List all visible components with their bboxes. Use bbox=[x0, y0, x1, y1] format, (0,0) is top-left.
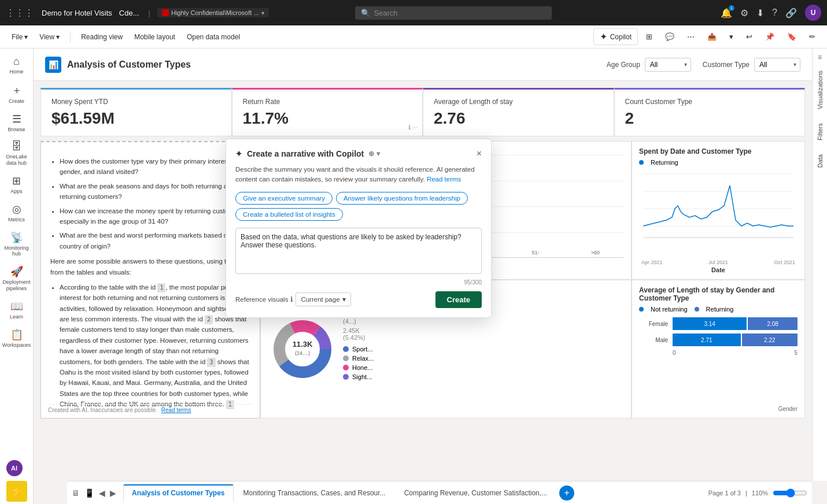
inline-id-2: 2 bbox=[205, 315, 213, 324]
mobile-layout-btn[interactable]: Mobile layout bbox=[130, 31, 180, 43]
monitoring-icon: 📡 bbox=[10, 231, 23, 244]
search-input[interactable] bbox=[374, 9, 546, 17]
sidebar-item-onelake[interactable]: 🗄 OneLake data hub bbox=[3, 137, 31, 170]
sidebar-powerbi-icon[interactable]: ⚡ bbox=[6, 481, 27, 502]
publish-btn[interactable]: 📤 bbox=[703, 30, 721, 43]
undo-btn[interactable]: ↩ bbox=[741, 30, 757, 43]
powerbi-symbol: ⚡ bbox=[10, 485, 23, 498]
chip-executive-summary[interactable]: Give an executive summary bbox=[235, 192, 333, 205]
modal-close-button[interactable]: × bbox=[477, 149, 482, 159]
sight-dot bbox=[343, 374, 349, 380]
male-bars: 2.71 2.22 bbox=[673, 333, 798, 346]
x-min: 0 bbox=[673, 350, 676, 356]
user-avatar[interactable]: U bbox=[805, 5, 821, 21]
metrics-icon: ◎ bbox=[12, 203, 21, 216]
donut-svg: 11.3K (24....) bbox=[268, 314, 337, 384]
chip-bulleted-insights[interactable]: Create a bulleted list of insights bbox=[235, 208, 343, 221]
sidebar-label-home: Home bbox=[9, 69, 23, 75]
sidebar-item-browse[interactable]: ☰ Browse bbox=[3, 109, 31, 136]
tab-computer-icon[interactable]: 🖥 bbox=[72, 488, 80, 498]
hone-label: Hone... bbox=[352, 364, 372, 371]
copilot-button[interactable]: ✦ Copilot bbox=[593, 28, 638, 45]
modal-textarea[interactable]: Based on the data, what questions are li… bbox=[235, 228, 482, 274]
sidebar-item-create[interactable]: ＋ Create bbox=[3, 80, 31, 108]
redo-btn[interactable]: 📌 bbox=[760, 30, 779, 43]
open-data-model-btn[interactable]: Open data model bbox=[182, 31, 245, 43]
modal-read-terms[interactable]: Read terms bbox=[427, 176, 461, 183]
modal-chips: Give an executive summary Answer likely … bbox=[235, 192, 482, 221]
not-returning-label: Not returning bbox=[651, 306, 688, 313]
tab-monitoring[interactable]: Monitoring Transactions, Cases, and Reso… bbox=[235, 484, 394, 502]
narrative-body-1: According to the table with the id 1, th… bbox=[60, 282, 250, 410]
file-label: File bbox=[12, 33, 23, 41]
visual-gallery-btn[interactable]: ⊞ bbox=[641, 30, 657, 43]
reading-view-label: Reading view bbox=[81, 33, 123, 41]
chevron-icon[interactable]: ▾ bbox=[261, 10, 264, 16]
comment-btn[interactable]: 💬 bbox=[660, 30, 679, 43]
bar-group-5: >60 bbox=[567, 249, 624, 255]
notification-bell[interactable]: 🔔1 bbox=[721, 8, 732, 18]
kpi-money-value: $61.59M bbox=[51, 109, 221, 128]
help-icon[interactable]: ? bbox=[772, 8, 777, 18]
report-header: 📊 Analysis of Customer Types Age Group A… bbox=[34, 49, 812, 81]
modal-footer: Reference visuals ℹ Current page ▾ Creat… bbox=[235, 291, 482, 308]
sidebar-item-apps[interactable]: ⊞ Apps bbox=[3, 171, 31, 198]
tab-analysis[interactable]: Analysis of Customer Types bbox=[123, 484, 234, 502]
tab-nav-right[interactable]: ▶ bbox=[110, 488, 116, 498]
zoom-slider[interactable] bbox=[773, 488, 807, 498]
home-icon: ⌂ bbox=[13, 55, 20, 68]
read-terms-link[interactable]: Read terms bbox=[161, 407, 191, 413]
customer-type-dropdown[interactable]: All ▾ bbox=[754, 58, 800, 72]
line-chart-legend: Returning bbox=[639, 159, 798, 166]
current-page-dropdown[interactable]: Current page ▾ bbox=[296, 292, 350, 306]
filter-tune-icon[interactable]: ≡ bbox=[818, 53, 822, 61]
line-chart-title: Spent by Date and Customer Type bbox=[639, 147, 798, 155]
tab-nav-left[interactable]: ◀ bbox=[99, 488, 105, 498]
sidebar-item-learn[interactable]: 📖 Learn bbox=[3, 297, 31, 324]
tab-analysis-label: Analysis of Customer Types bbox=[132, 489, 225, 497]
pen-btn[interactable]: ✏ bbox=[804, 30, 820, 43]
reading-view-btn[interactable]: Reading view bbox=[76, 31, 127, 43]
app-subtitle: Cde... bbox=[119, 9, 139, 17]
narrative-bullet-2: What are the peak seasons and days for b… bbox=[60, 181, 250, 202]
onelake-icon: 🗄 bbox=[12, 140, 22, 153]
legend-relax: Relax... bbox=[343, 355, 374, 362]
sidebar-item-workspaces[interactable]: 📋 Workspaces bbox=[3, 325, 31, 352]
settings-icon[interactable]: ⚙ bbox=[740, 8, 748, 18]
dropdown-btn2[interactable]: ▾ bbox=[725, 30, 738, 43]
search-box[interactable]: 🔍 bbox=[355, 6, 552, 20]
kpi-return-rate: Return Rate 11.7% ℹ ··· bbox=[232, 88, 423, 136]
more-options-btn[interactable]: ⋯ bbox=[682, 30, 699, 43]
chip-leadership-questions[interactable]: Answer likely questions from leadership bbox=[336, 192, 468, 205]
download-icon[interactable]: ⬇ bbox=[756, 8, 764, 18]
tab-comparing[interactable]: Comparing Revenue, Customer Satisfaction… bbox=[396, 484, 556, 502]
grid-icon: ⋮⋮⋮ bbox=[6, 8, 34, 18]
sidebar-user-avatar[interactable]: Al bbox=[6, 460, 23, 476]
narrative-bullet-1: How does the customer type vary by their… bbox=[60, 156, 250, 177]
app-title: Demo for Hotel Visits bbox=[42, 9, 112, 17]
file-menu[interactable]: File ▾ bbox=[7, 31, 32, 43]
donut-center-sub: (24....) bbox=[295, 350, 310, 356]
sidebar-item-deployment[interactable]: 🚀 Deployment pipelines bbox=[3, 262, 31, 295]
visualizations-tab[interactable]: Visualizations bbox=[815, 66, 825, 114]
modal-header: ✦ Create a narrative with Copilot ⊕ ▾ × bbox=[235, 149, 482, 159]
sport-dot bbox=[343, 346, 349, 352]
modal-title: ✦ Create a narrative with Copilot ⊕ ▾ bbox=[235, 149, 380, 158]
add-tab-button[interactable]: + bbox=[559, 486, 574, 501]
confidential-label: Highly Confidential\Microsoft ... ▾ bbox=[157, 8, 269, 17]
tab-mobile-icon[interactable]: 📱 bbox=[84, 488, 94, 498]
filters-tab[interactable]: Filters bbox=[815, 118, 825, 145]
deployment-icon: 🚀 bbox=[10, 265, 23, 278]
age-group-dropdown[interactable]: All ▾ bbox=[645, 58, 691, 72]
relax-dot bbox=[343, 355, 349, 361]
sidebar-label-create: Create bbox=[9, 98, 24, 105]
sidebar-item-monitoring[interactable]: 📡 Monitoring hub bbox=[3, 228, 31, 261]
tab-comparing-label: Comparing Revenue, Customer Satisfaction… bbox=[404, 489, 547, 497]
sidebar-item-home[interactable]: ⌂ Home bbox=[3, 52, 31, 79]
sidebar-item-metrics[interactable]: ◎ Metrics bbox=[3, 199, 31, 227]
view-menu[interactable]: View ▾ bbox=[35, 31, 64, 43]
share-btn[interactable]: 🔖 bbox=[782, 30, 801, 43]
share-icon[interactable]: 🔗 bbox=[785, 8, 797, 18]
create-button[interactable]: Create bbox=[435, 291, 482, 308]
data-tab[interactable]: Data bbox=[815, 150, 825, 172]
